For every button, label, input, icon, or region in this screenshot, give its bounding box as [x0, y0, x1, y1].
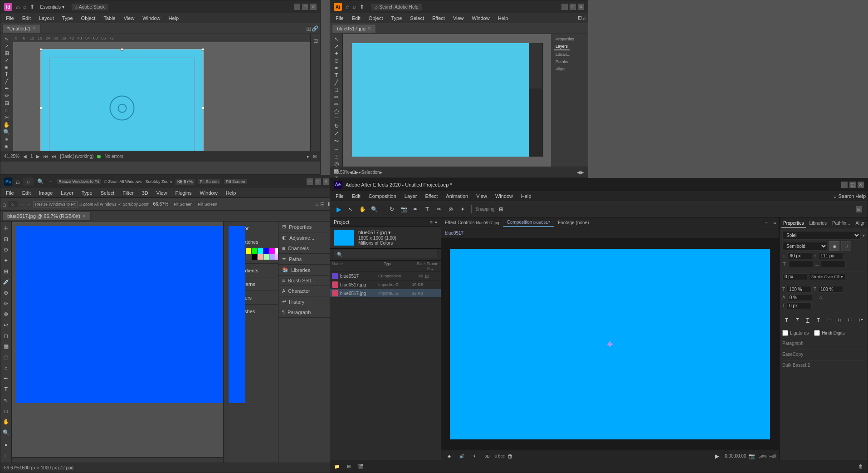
scissors-tool[interactable]: ✂: [2, 114, 12, 121]
ai-menu-file[interactable]: File: [332, 15, 347, 22]
ps-foreground-color[interactable]: ■: [1, 440, 11, 450]
ai-width-tool[interactable]: ↔: [332, 146, 341, 153]
ae-stroke-width-input[interactable]: [782, 273, 807, 280]
ae-file-row-jpg1[interactable]: blue0517.jpg Importe...G 19 KB: [330, 281, 441, 289]
swatch-8[interactable]: [275, 248, 278, 254]
ps-menu-image[interactable]: Image: [35, 189, 57, 197]
ps-libraries-row[interactable]: 📚 Libraries: [278, 265, 333, 276]
ps-zoom-icon[interactable]: 🔍: [37, 178, 44, 185]
ai-prev-page[interactable]: ◀: [349, 170, 353, 175]
search-icon[interactable]: ⌕: [23, 4, 26, 10]
ae-strikethrough-btn[interactable]: T: [814, 315, 823, 325]
ai-mode-more[interactable]: ▸: [380, 170, 382, 175]
ae-italic-btn[interactable]: T: [793, 315, 801, 325]
ae-file-row-jpg2[interactable]: blue0517.jpg Importe...G 19 KB: [330, 289, 441, 298]
indesign-link-icon[interactable]: 🔗: [312, 25, 318, 32]
ps-scrubby-label[interactable]: ✓ Scrubby Zoom: [118, 202, 149, 207]
ps-history-row[interactable]: ↩ History: [278, 296, 333, 307]
zoom-tool[interactable]: 🔍: [2, 129, 12, 135]
ps-hand-tool[interactable]: ✋: [1, 417, 11, 427]
ps-crop-tool[interactable]: ⊞: [1, 266, 11, 276]
adobe-stock-search[interactable]: ⌕ Adobe Stock: [72, 4, 108, 10]
ps-maximize-btn[interactable]: □: [315, 178, 321, 185]
ai-line-tool[interactable]: ╱: [332, 79, 341, 86]
ai-rotate[interactable]: ↻: [332, 123, 341, 129]
ps-menu-file[interactable]: File: [2, 189, 18, 197]
ae-search-input[interactable]: [334, 251, 437, 258]
indesign-menu-object[interactable]: Object: [78, 15, 99, 22]
ps-zoom-out[interactable]: －: [48, 178, 53, 186]
swatch-16[interactable]: [275, 254, 278, 260]
ps-menu-filter[interactable]: Filter: [119, 189, 137, 197]
ai-tab-blue0517[interactable]: blue0517.jpg ✕: [332, 24, 376, 33]
ai-selection-tool[interactable]: ↖: [332, 36, 341, 42]
ai-search-icon-right[interactable]: ⌕: [583, 15, 586, 21]
ae-vscale-input[interactable]: [818, 286, 843, 293]
ps-resize-label[interactable]: Resize Windows to Fit: [33, 201, 77, 207]
ae-puppet-tool[interactable]: ✦: [458, 204, 468, 214]
ae-tab-libraries[interactable]: Libraries: [808, 219, 829, 228]
ae-paint-tool[interactable]: ✏: [434, 204, 444, 214]
content-collector[interactable]: ▣: [2, 64, 12, 70]
ai-tab-pathfinder[interactable]: Pathfin...: [554, 59, 574, 65]
ps-tab-blue0517[interactable]: blue0517.jpg @ 66.7% (RGB/8#) ✕: [2, 212, 91, 221]
ae-baseline-input[interactable]: [787, 294, 812, 301]
ae-center-menu[interactable]: ≡: [762, 220, 770, 226]
ai-menu-select[interactable]: Select: [406, 15, 428, 22]
ps-move-tool[interactable]: ✛: [1, 223, 11, 233]
rectangle-tool[interactable]: □: [2, 107, 12, 113]
indesign-menu-window[interactable]: Window: [139, 15, 164, 22]
ai-tab-layers[interactable]: Layers: [554, 43, 570, 50]
indesign-menu-type[interactable]: Type: [59, 15, 77, 22]
ps-paragraph-row[interactable]: ¶ Paragraph: [278, 307, 333, 318]
ps-gradient-tool[interactable]: ▦: [1, 342, 11, 352]
swatch-7[interactable]: [269, 248, 275, 254]
ae-caps-btn[interactable]: TT: [846, 315, 854, 325]
indesign-menu-layout[interactable]: Layout: [35, 15, 58, 22]
indesign-mode-dropdown[interactable]: [Basic] (working): [60, 154, 93, 159]
home-icon[interactable]: ⌂: [16, 3, 20, 10]
ae-tab-properties[interactable]: Properties: [781, 219, 806, 228]
ps-quick-select[interactable]: ✦: [1, 256, 11, 266]
ai-tab-libraries[interactable]: Librari...: [554, 51, 572, 58]
ae-close-btn[interactable]: ✕: [858, 182, 864, 188]
indesign-menu-help[interactable]: Help: [165, 15, 182, 22]
ae-camera-icon[interactable]: 📷: [749, 453, 756, 459]
ai-share-icon[interactable]: ⬆: [360, 4, 364, 10]
ae-menu-file[interactable]: File: [332, 192, 347, 200]
ps-properties-row[interactable]: ⊞ Properties: [278, 222, 333, 232]
ai-pencil[interactable]: ✏: [332, 101, 341, 108]
ps-fill-btn[interactable]: Fill Screen: [196, 202, 219, 207]
swatch-14[interactable]: [263, 254, 269, 260]
selection-tool[interactable]: ↖: [2, 36, 12, 42]
ai-next-nav[interactable]: ▶: [580, 170, 584, 175]
ae-minimize-btn[interactable]: ─: [841, 182, 848, 188]
ps-path-select[interactable]: ↖: [1, 395, 11, 405]
handle-tl[interactable]: [39, 48, 42, 51]
ae-hand-tool[interactable]: ✋: [357, 204, 367, 214]
ae-font-size-input[interactable]: [787, 252, 812, 259]
ps-pen-tool[interactable]: ✒: [1, 374, 11, 384]
ae-menu-layer[interactable]: Layer: [401, 192, 421, 200]
ps-zoom-out2[interactable]: －: [26, 201, 31, 207]
swatch-6[interactable]: [263, 248, 269, 254]
ai-menu-edit[interactable]: Edit: [348, 15, 364, 22]
ai-menu-type[interactable]: Type: [388, 15, 406, 22]
ai-prev-nav[interactable]: ◀: [577, 170, 580, 175]
handle-mr[interactable]: [202, 107, 205, 109]
ps-history-brush[interactable]: ↩: [1, 320, 11, 330]
ai-maximize-btn[interactable]: □: [570, 4, 576, 10]
ps-scrollbar-v[interactable]: [223, 222, 229, 463]
ps-fit-screen[interactable]: Fit Screen: [198, 179, 220, 184]
ae-file-row-composition[interactable]: blue0517 Composition 60 ⊡: [330, 272, 441, 281]
indesign-last-spread[interactable]: ⏭: [52, 154, 56, 159]
ae-restore-btn[interactable]: ◱: [849, 182, 856, 188]
ai-type-tool[interactable]: T: [332, 72, 341, 79]
ae-menu-effect[interactable]: Effect: [421, 192, 441, 200]
gap-tool[interactable]: ⤢: [2, 57, 12, 63]
ae-menu-animation[interactable]: Animation: [442, 192, 472, 200]
ai-layout-btn[interactable]: ⊞: [578, 15, 582, 21]
ae-footage-tab[interactable]: Footage (none): [554, 219, 593, 227]
ae-stroke-type-dropdown[interactable]: Stroke Over Fill ▾: [809, 274, 845, 280]
ps-marquee-tool[interactable]: ⊡: [1, 234, 11, 244]
